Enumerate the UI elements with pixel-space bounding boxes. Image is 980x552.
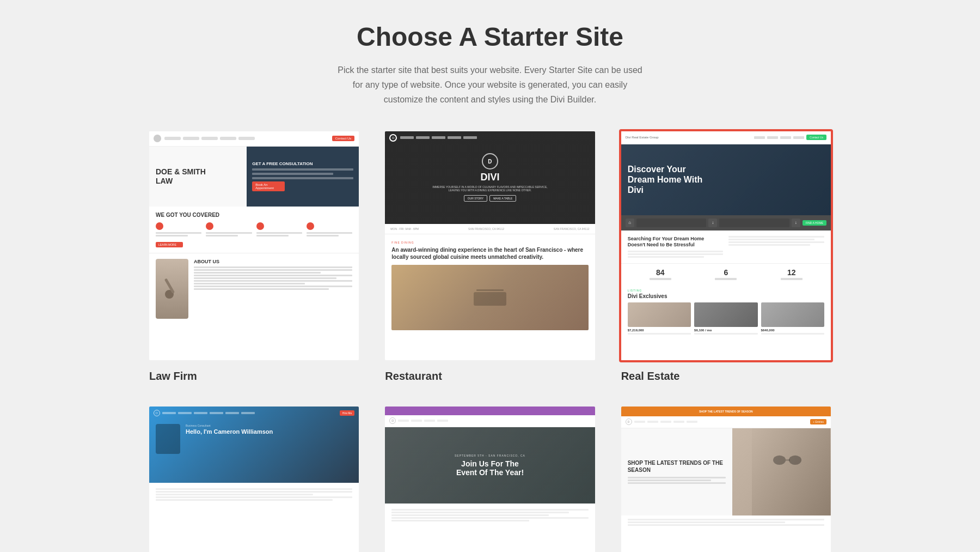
rest-nav-item: [448, 136, 461, 139]
site-card-law-firm[interactable]: Contact Us DOE & SMITHLAW GET A FREE CON…: [147, 129, 361, 383]
restaurant-thumbnail-wrapper: D D DIVI IMMERSE YOURSELF IN A WORLD OF …: [383, 129, 597, 362]
re-search-bar: ⌂ ↓ ↓ FIND A HOME: [621, 215, 831, 230]
map-icon: ↓: [708, 219, 717, 227]
lf-hero-left: DOE & SMITHLAW: [149, 147, 247, 207]
re-stat-6: 6: [715, 268, 737, 280]
shop-hero-text-line: [628, 480, 712, 481]
re-stat-12: 12: [781, 268, 803, 280]
svg-point-5: [773, 455, 786, 464]
shop-body-lines: [628, 519, 824, 526]
shop-cart-btn: + Entries: [810, 419, 826, 424]
shop-hero: SHOP THE LATEST TRENDS OF THE SEASON: [621, 428, 831, 515]
re-text-line: [628, 253, 724, 255]
shop-body: [621, 515, 831, 529]
rest-hero-sub: IMMERSE YOURSELF IN A WORLD OF CULINARY …: [432, 185, 547, 192]
event-header: D: [385, 415, 595, 427]
sites-grid: Contact Us DOE & SMITHLAW GET A FREE CON…: [147, 129, 833, 552]
lf-section-title: WE GOT YOU COVERED: [156, 212, 352, 218]
restaurant-label: Restaurant: [383, 370, 597, 383]
re-search-input: [636, 219, 707, 227]
re-stat-label: [715, 278, 737, 280]
rest-award-tag: FINE DINING: [391, 241, 588, 244]
lf-consult-line: [252, 173, 333, 175]
site-card-event[interactable]: D SEPTEMBER 5TH - SAN FRANCISCO, CA Join…: [383, 404, 597, 552]
real-estate-label: Real Estate: [619, 370, 833, 383]
lf-about-lines: [194, 266, 352, 290]
portfolio-hire-btn: Hire Me: [340, 410, 355, 416]
lf-service: [307, 222, 352, 238]
rest-award-title: An award-winning dining experience in th…: [391, 246, 588, 260]
portfolio-nav-item: [210, 412, 223, 414]
shop-thumbnail: SHOP THE LATEST TRENDS OF SEASON D + Ent…: [621, 407, 831, 552]
re-text-lines: [628, 251, 724, 258]
re-nav-item: [780, 136, 791, 139]
event-body: [385, 504, 595, 527]
restaurant-thumbnail: D D DIVI IMMERSE YOURSELF IN A WORLD OF …: [385, 131, 595, 360]
re-property-img: [694, 302, 757, 327]
portfolio-divi-logo: D: [154, 410, 160, 416]
re-property-img: [761, 302, 824, 327]
event-nav-item: [398, 420, 409, 422]
shop-nav-item: [660, 421, 671, 423]
re-property-detail: [694, 333, 757, 335]
re-stat-label: [650, 278, 671, 280]
re-header: Divi Real Estate Group Contact Us: [621, 131, 831, 144]
filter-icon: ↓: [792, 219, 800, 227]
re-nav: [754, 136, 804, 139]
lf-about-title: ABOUT US: [194, 259, 352, 264]
re-stat-84: 84: [650, 268, 671, 280]
lf-contact-btn: Contact Us: [332, 136, 355, 141]
re-property-2: $6,100 / mo: [694, 302, 757, 335]
portfolio-nav-item: [162, 412, 176, 414]
site-card-real-estate[interactable]: Divi Real Estate Group Contact Us Discov…: [619, 129, 833, 383]
lf-service-text: [307, 232, 352, 234]
lf-nav-item: [183, 137, 199, 140]
portfolio-body: [149, 483, 359, 506]
lf-nav-item: [238, 137, 255, 140]
portfolio-name: Hello, I'm Cameron Williamson: [186, 428, 352, 435]
re-text-line: [728, 236, 824, 238]
site-card-restaurant[interactable]: D D DIVI IMMERSE YOURSELF IN A WORLD OF …: [383, 129, 597, 383]
rest-header-bar: D: [385, 131, 595, 144]
shop-hero-left: SHOP THE LATEST TRENDS OF THE SEASON: [621, 428, 733, 515]
site-card-shop[interactable]: SHOP THE LATEST TRENDS OF SEASON D + Ent…: [619, 404, 833, 552]
lf-nav-item: [220, 137, 236, 140]
portfolio-nav-item: [194, 412, 207, 414]
re-property-3: $640,000: [761, 302, 824, 335]
shop-body-line: [628, 524, 824, 526]
re-stat-number: 6: [715, 268, 737, 277]
lf-gavel-image: [156, 259, 188, 319]
lf-service-icon: [156, 222, 163, 230]
lf-we-got-section: WE GOT YOU COVERED: [149, 207, 359, 253]
shop-nav-item: [687, 421, 697, 423]
search-icon: ⌂: [626, 219, 634, 227]
re-property-1: $7,219,000: [628, 302, 691, 335]
portfolio-name-block: Business Consultant Hello, I'm Cameron W…: [186, 424, 352, 435]
rest-hero: D D DIVI IMMERSE YOURSELF IN A WORLD OF …: [385, 131, 595, 224]
lf-service-text: [307, 235, 339, 236]
re-nav-item: [767, 136, 778, 139]
event-purple-bar: [385, 407, 595, 415]
event-divi-logo: D: [389, 417, 396, 424]
lf-nav-item: [201, 137, 218, 140]
event-nav: [398, 420, 590, 422]
re-properties: $7,219,000 $6,100 / mo $640,000: [628, 302, 824, 335]
lf-service: [256, 222, 302, 238]
lf-logo: [154, 135, 161, 142]
lf-about-line: [194, 275, 352, 276]
portfolio-header: D Hire Me: [149, 407, 359, 420]
lf-service-text: [256, 232, 302, 234]
site-card-portfolio[interactable]: D Hire Me: [147, 404, 361, 552]
lf-service-icon: [256, 222, 264, 230]
lf-about-section: ABOUT US: [149, 253, 359, 324]
lf-nav: [164, 137, 329, 140]
lf-learn-more-btn: LEARN MORE: [156, 242, 183, 247]
re-contact-btn: Contact Us: [806, 135, 826, 140]
rest-award-section: FINE DINING An award-winning dining expe…: [385, 234, 595, 337]
rest-nav-item: [416, 136, 430, 139]
re-exclusives: LISTING Divi Exclusives $7,219,000 $6,10…: [621, 284, 831, 339]
lf-service-icon: [307, 222, 314, 230]
rest-hero-logo: D: [482, 153, 498, 169]
shop-hero-title: SHOP THE LATEST TRENDS OF THE SEASON: [628, 459, 726, 474]
re-stats: 84 6 12: [621, 263, 831, 284]
